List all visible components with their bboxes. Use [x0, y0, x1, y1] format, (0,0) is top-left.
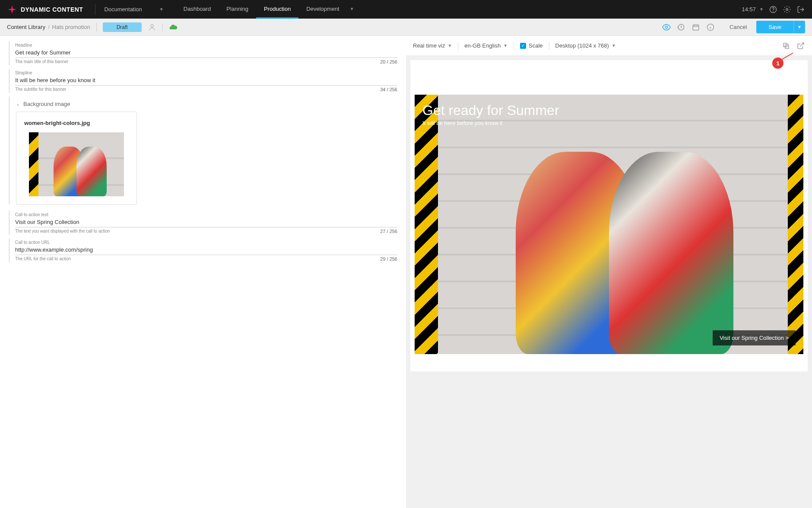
gear-icon[interactable]	[783, 5, 791, 14]
main-split: Headline The main title of this banner 2…	[0, 36, 812, 508]
char-counter: 27 / 256	[380, 229, 397, 234]
status-chip[interactable]: Draft	[103, 22, 142, 32]
divider	[96, 23, 97, 32]
sub-bar: Content Library / Hats promotion Draft C…	[0, 19, 812, 36]
tab-development[interactable]: Development ▼	[298, 0, 362, 19]
field-label: Call to action URL	[15, 240, 397, 245]
svg-point-2	[773, 11, 774, 12]
field-hint: The main title of this banner	[15, 59, 68, 64]
device-label: Desktop (1024 x 768)	[555, 42, 609, 49]
locale-label: en-GB English	[464, 42, 501, 49]
tab-development-label: Development	[306, 6, 339, 12]
divider	[514, 42, 514, 50]
svg-point-5	[665, 26, 667, 28]
tab-planning[interactable]: Planning	[219, 0, 256, 19]
field-label: Headline	[15, 43, 397, 48]
chevron-down-icon: ⌄	[16, 101, 20, 107]
divider	[458, 42, 458, 50]
app-logo-icon	[7, 4, 17, 15]
external-link-icon[interactable]	[796, 42, 805, 50]
image-card[interactable]: women-bright-colors.jpg	[16, 112, 137, 204]
banner-headline: Get ready for Summer	[422, 102, 559, 118]
save-button-group: Save ▼	[756, 21, 805, 33]
brand-name: DYNAMIC CONTENT	[21, 6, 83, 13]
image-filename: women-bright-colors.jpg	[24, 120, 129, 126]
breadcrumb-root[interactable]: Content Library	[7, 24, 45, 30]
preview-toolbar: Real time viz ▼ en-GB English ▼ ✓ Scale …	[406, 36, 812, 56]
time-value: 14:57	[742, 6, 756, 13]
field-headline: Headline The main title of this banner 2…	[9, 41, 397, 65]
topbar-right: 14:57 ▼	[742, 5, 805, 14]
chevron-down-icon: ▼	[759, 7, 764, 12]
breadcrumb: Content Library / Hats promotion	[7, 24, 90, 30]
image-thumbnail	[29, 132, 124, 196]
top-bar: DYNAMIC CONTENT Documentation ▼ Dashboar…	[0, 0, 812, 19]
strapline-input[interactable]	[15, 75, 397, 86]
char-counter: 29 / 256	[380, 256, 397, 262]
help-icon[interactable]	[769, 5, 777, 14]
viz-mode-label: Real time viz	[413, 42, 445, 49]
divider	[549, 42, 549, 50]
background-image-section-toggle[interactable]: ⌄ Background image	[10, 96, 397, 112]
divider	[162, 23, 163, 31]
form-pane: Headline The main title of this banner 2…	[0, 36, 406, 508]
section-label: Background image	[23, 101, 70, 107]
user-icon[interactable]	[148, 23, 156, 32]
cloud-sync-icon[interactable]	[169, 23, 178, 32]
preview-canvas: Get ready for Summer It will be here bef…	[406, 56, 812, 508]
scale-label: Scale	[529, 42, 543, 49]
field-hint: The URL for the call to action	[15, 256, 71, 262]
save-dropdown-caret[interactable]: ▼	[793, 21, 805, 33]
calendar-icon[interactable]	[691, 23, 700, 32]
headline-input[interactable]	[15, 48, 397, 58]
field-strapline: Strapline The subtitle for this banner 3…	[9, 69, 397, 93]
chevron-down-icon: ▼	[159, 7, 164, 12]
svg-point-3	[786, 8, 788, 10]
tab-dashboard[interactable]: Dashboard	[176, 0, 219, 19]
tab-production[interactable]: Production	[256, 0, 298, 19]
svg-marker-0	[8, 5, 16, 14]
checkbox-checked-icon: ✓	[520, 43, 526, 49]
divider	[95, 4, 95, 15]
field-hint: The subtitle for this banner	[15, 87, 66, 92]
cancel-button[interactable]: Cancel	[730, 24, 747, 30]
field-cta-url: Call to action URL The URL for the call …	[9, 238, 397, 262]
field-label: Strapline	[15, 70, 397, 75]
history-icon[interactable]	[677, 23, 685, 32]
preview-pane: Real time viz ▼ en-GB English ▼ ✓ Scale …	[406, 36, 812, 508]
banner-cta[interactable]: Visit our Spring Collection >	[713, 330, 796, 345]
banner-strapline: It will be here before you know it	[422, 120, 503, 126]
field-cta-text: Call to action text The text you want di…	[9, 211, 397, 235]
viz-mode-dropdown[interactable]: Real time viz ▼	[413, 42, 452, 49]
copy-icon[interactable]	[782, 42, 790, 50]
documentation-label: Documentation	[104, 6, 142, 13]
field-label: Call to action text	[15, 212, 397, 217]
callout-badge: 1	[772, 58, 783, 69]
eye-icon[interactable]	[662, 23, 671, 32]
chevron-down-icon: ▼	[612, 43, 616, 48]
banner-preview: Get ready for Summer It will be here bef…	[415, 95, 803, 354]
svg-point-4	[151, 25, 153, 27]
char-counter: 20 / 256	[380, 59, 397, 64]
save-button[interactable]: Save	[756, 21, 793, 33]
char-counter: 34 / 256	[380, 87, 397, 92]
scale-toggle[interactable]: ✓ Scale	[520, 42, 543, 49]
breadcrumb-leaf: Hats promotion	[52, 24, 90, 30]
info-icon[interactable]	[706, 23, 715, 32]
locale-dropdown[interactable]: en-GB English ▼	[464, 42, 508, 49]
breadcrumb-separator: /	[48, 24, 50, 30]
chevron-down-icon: ▼	[503, 43, 508, 48]
time-display[interactable]: 14:57 ▼	[742, 6, 764, 13]
chevron-down-icon: ▼	[447, 43, 452, 48]
svg-rect-6	[693, 25, 699, 30]
nav-tabs: Dashboard Planning Production Developmen…	[176, 0, 362, 19]
chevron-down-icon: ▼	[350, 6, 354, 11]
cta-url-input[interactable]	[15, 245, 397, 255]
documentation-dropdown[interactable]: Documentation ▼	[101, 6, 167, 13]
device-dropdown[interactable]: Desktop (1024 x 768) ▼	[555, 42, 616, 49]
cta-text-input[interactable]	[15, 217, 397, 227]
logout-icon[interactable]	[796, 5, 805, 14]
preview-frame: Get ready for Summer It will be here bef…	[410, 60, 808, 371]
field-hint: The text you want displayed with the cal…	[15, 229, 110, 234]
